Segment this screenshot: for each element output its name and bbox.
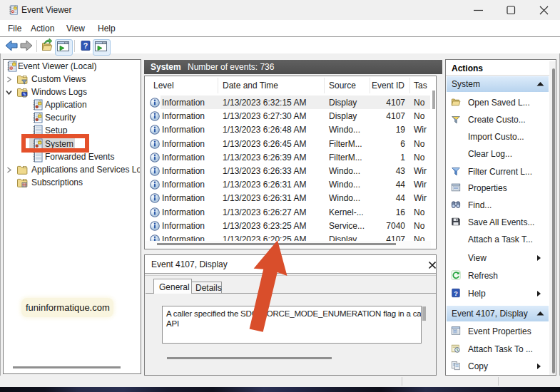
svg-text:?: ? bbox=[83, 41, 88, 50]
svg-text:?: ? bbox=[454, 290, 458, 297]
